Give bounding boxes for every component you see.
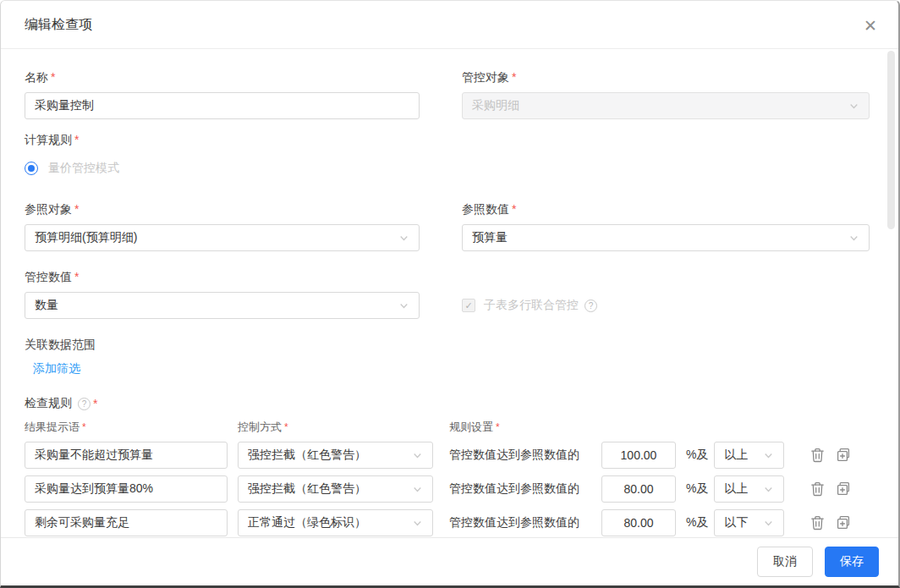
name-label: 名称 <box>25 70 48 84</box>
control-value-select[interactable]: 数量 <box>25 292 420 319</box>
chevron-down-icon <box>398 233 409 244</box>
rule-row: 强控拦截（红色警告） 管控数值达到参照数值的 %及 以上 <box>25 442 868 469</box>
delete-rule-icon[interactable] <box>810 448 825 463</box>
rule-unit-text: %及 <box>686 515 708 530</box>
rule-mode-select[interactable]: 强控拦截（红色警告） <box>238 442 433 469</box>
reference-object-label: 参照对象 <box>25 202 72 216</box>
field-reference-value: 参照数值* 预算量 <box>462 201 870 251</box>
dialog-header: 编辑检查项 ✕ <box>1 1 898 49</box>
required-mark: * <box>74 133 79 146</box>
field-control-object: 管控对象* 采购明细 <box>462 69 870 119</box>
add-filter-link[interactable]: 添加筛选 <box>33 361 80 376</box>
chevron-down-icon <box>412 484 423 495</box>
required-mark: * <box>74 270 79 283</box>
name-input[interactable] <box>25 92 420 119</box>
dialog-footer: 取消 保存 <box>1 537 898 585</box>
col-setting-header: 规则设置* <box>449 420 868 435</box>
rule-prefix-text: 管控数值达到参照数值的 <box>449 481 601 497</box>
dialog-body: 名称* 管控对象* 采购明细 计算规则* 量价管控模式 参照对象* <box>1 49 898 541</box>
delete-rule-icon[interactable] <box>810 515 825 530</box>
delete-rule-icon[interactable] <box>810 481 825 497</box>
chevron-down-icon <box>763 518 774 529</box>
calc-rule-radio[interactable]: 量价管控模式 <box>25 160 868 177</box>
chevron-down-icon <box>763 484 774 495</box>
rule-mode-select[interactable]: 强控拦截（红色警告） <box>238 475 433 503</box>
check-rules-label: 检查规则 ? * <box>25 396 868 411</box>
rule-bound-select[interactable]: 以上 <box>714 442 784 469</box>
joint-control-checkbox: ✓ 子表多行联合管控 ? <box>462 298 870 313</box>
chevron-down-icon <box>848 101 859 112</box>
rule-prompt-input[interactable] <box>25 442 228 469</box>
rules-table-header: 结果提示语* 控制方式* 规则设置* <box>25 420 868 435</box>
rule-row: 强控拦截（红色警告） 管控数值达到参照数值的 %及 以上 <box>25 475 868 503</box>
edit-check-item-dialog: 编辑检查项 ✕ 名称* 管控对象* 采购明细 计算规则* <box>0 0 900 588</box>
radio-selected-icon <box>25 162 38 175</box>
rule-value-input[interactable] <box>601 475 676 503</box>
control-object-select: 采购明细 <box>462 92 870 119</box>
chevron-down-icon <box>848 233 859 244</box>
close-icon[interactable]: ✕ <box>861 16 880 35</box>
chevron-down-icon <box>412 450 423 461</box>
save-button[interactable]: 保存 <box>825 547 879 577</box>
rule-unit-text: %及 <box>686 481 708 497</box>
required-mark: * <box>512 202 516 216</box>
required-mark: * <box>74 202 79 216</box>
data-range-label: 关联数据范围 <box>25 336 868 353</box>
rule-mode-select[interactable]: 正常通过（绿色标识） <box>238 509 433 536</box>
duplicate-rule-icon[interactable] <box>836 481 851 497</box>
calc-rule-label: 计算规则* <box>25 131 868 148</box>
chevron-down-icon <box>412 518 423 529</box>
cancel-button[interactable]: 取消 <box>757 547 813 577</box>
duplicate-rule-icon[interactable] <box>836 448 851 463</box>
field-control-value: 管控数值* 数量 <box>25 268 420 319</box>
rule-unit-text: %及 <box>686 448 708 463</box>
rule-bound-select[interactable]: 以下 <box>714 509 784 536</box>
rule-prompt-input[interactable] <box>25 509 228 536</box>
required-mark: * <box>93 397 97 410</box>
joint-control-label: 子表多行联合管控 <box>484 298 579 313</box>
rule-bound-select[interactable]: 以上 <box>714 475 784 503</box>
scrollbar-thumb[interactable] <box>887 51 895 229</box>
checkbox-checked-icon: ✓ <box>462 299 475 312</box>
radio-label: 量价管控模式 <box>48 161 119 176</box>
rule-prefix-text: 管控数值达到参照数值的 <box>449 515 601 530</box>
required-mark: * <box>51 70 55 84</box>
dialog-title: 编辑检查项 <box>25 16 92 34</box>
col-prompt-header: 结果提示语* <box>25 420 238 435</box>
control-object-label: 管控对象 <box>462 70 509 84</box>
control-value-label: 管控数值 <box>25 270 72 283</box>
chevron-down-icon <box>763 450 774 461</box>
rule-prompt-input[interactable] <box>25 475 228 503</box>
reference-value-select[interactable]: 预算量 <box>462 224 870 251</box>
rule-value-input[interactable] <box>601 509 676 536</box>
duplicate-rule-icon[interactable] <box>836 515 851 530</box>
required-mark: * <box>512 70 516 84</box>
help-icon: ? <box>78 398 91 410</box>
reference-object-select[interactable]: 预算明细(预算明细) <box>25 224 420 251</box>
col-mode-header: 控制方式* <box>238 420 449 435</box>
help-icon: ? <box>584 299 597 312</box>
field-name: 名称* <box>25 69 420 119</box>
chevron-down-icon <box>398 300 409 311</box>
reference-value-label: 参照数值 <box>462 202 509 216</box>
rule-prefix-text: 管控数值达到参照数值的 <box>449 448 601 463</box>
field-reference-object: 参照对象* 预算明细(预算明细) <box>25 201 420 251</box>
rule-value-input[interactable] <box>601 442 676 469</box>
rule-row: 正常通过（绿色标识） 管控数值达到参照数值的 %及 以下 <box>25 509 868 536</box>
